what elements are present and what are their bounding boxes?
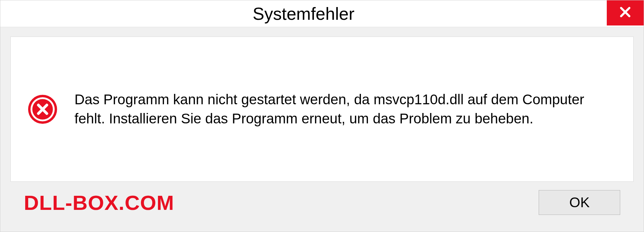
- message-panel: Das Programm kann nicht gestartet werden…: [10, 37, 634, 182]
- error-message: Das Programm kann nicht gestartet werden…: [74, 90, 616, 128]
- dialog-footer: DLL-BOX.COM OK: [10, 182, 634, 222]
- close-icon: [618, 5, 632, 20]
- error-icon: [28, 94, 58, 124]
- titlebar: Systemfehler: [0, 0, 644, 27]
- watermark-text: DLL-BOX.COM: [24, 191, 174, 215]
- ok-button[interactable]: OK: [539, 190, 620, 215]
- close-button[interactable]: [607, 0, 644, 25]
- dialog-title: Systemfehler: [0, 4, 607, 24]
- error-dialog: Systemfehler Das Programm kan: [0, 0, 644, 232]
- content-area: Das Programm kann nicht gestartet werden…: [0, 27, 644, 232]
